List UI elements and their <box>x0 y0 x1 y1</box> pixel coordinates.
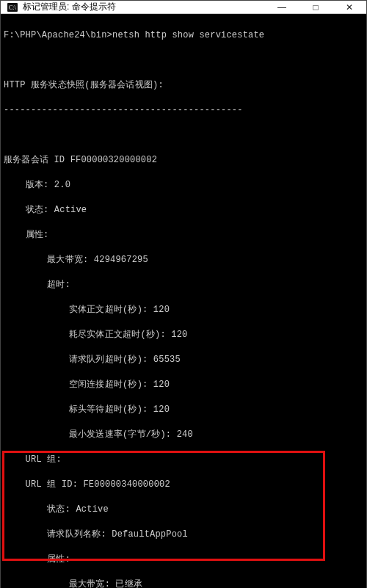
terminal-output[interactable]: F:\PHP\Apache24\bin>netsh http show serv… <box>1 14 366 588</box>
section-header: HTTP 服务状态快照(服务器会话视图): <box>4 80 164 90</box>
window-controls: — □ ✕ <box>265 1 366 13</box>
divider: ----------------------------------------… <box>4 105 243 115</box>
window-title: 标记管理员: 命令提示符 <box>23 1 265 13</box>
maximize-button[interactable]: □ <box>299 1 333 13</box>
minimize-button[interactable]: — <box>265 1 299 13</box>
cmd-icon: C:\ <box>7 1 18 13</box>
titlebar: C:\ 标记管理员: 命令提示符 — □ ✕ <box>1 1 366 14</box>
cmd-window: C:\ 标记管理员: 命令提示符 — □ ✕ F:\PHP\Apache24\b… <box>0 0 367 588</box>
prompt-line: F:\PHP\Apache24\bin>netsh http show serv… <box>4 29 366 42</box>
close-button[interactable]: ✕ <box>333 1 366 13</box>
svg-text:C:\: C:\ <box>9 4 17 11</box>
